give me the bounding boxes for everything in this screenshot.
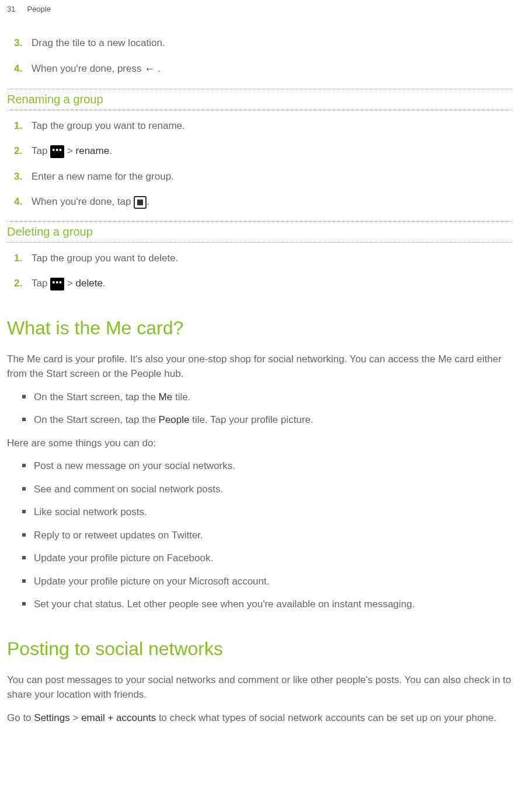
bullet-text: On the Start screen, tap the Me tile. — [34, 390, 512, 405]
step-text: Tap the group you want to rename. — [32, 118, 512, 134]
more-icon: ••• — [50, 278, 64, 290]
list-item: On the Start screen, tap the Me tile. — [7, 390, 512, 405]
bullet-text: Reply to or retweet updates on Twitter. — [34, 528, 512, 543]
bold-text: delete — [76, 278, 103, 289]
bullet-text: Like social network posts. — [34, 505, 512, 520]
list-item: Like social network posts. — [7, 505, 512, 520]
things-intro: Here are some things you can do: — [7, 436, 512, 451]
deleting-heading: Deleting a group — [7, 221, 512, 243]
step-number: 1. — [14, 118, 32, 134]
me-card-intro: The Me card is your profile. It's also y… — [7, 352, 512, 382]
text-prefix: When you're done, tap — [32, 196, 134, 207]
step-text: Drag the tile to a new location. — [32, 36, 512, 51]
text-suffix: tile. — [172, 391, 190, 402]
bullet-icon — [22, 487, 26, 491]
text-suffix: tile. Tap your profile picture. — [190, 414, 314, 425]
bullet-icon — [22, 533, 26, 537]
step-text: Tap ••• > delete. — [32, 276, 512, 291]
text-prefix: Go to — [7, 712, 34, 723]
bullet-icon — [22, 556, 26, 559]
bullet-icon — [22, 579, 26, 583]
bullet-text: See and comment on social network posts. — [34, 482, 512, 497]
list-item: Post a new message on your social networ… — [7, 459, 512, 474]
bullet-text: On the Start screen, tap the People tile… — [34, 412, 512, 428]
list-item: Update your profile picture on Facebook. — [7, 551, 512, 566]
list-item: 2. Tap ••• > delete. — [7, 276, 512, 291]
posting-para1: You can post messages to your social net… — [7, 673, 512, 702]
bold-text: People — [159, 414, 190, 425]
bullet-icon — [22, 510, 26, 513]
bold-text: Settings — [34, 712, 69, 723]
page-content: 3. Drag the tile to a new location. 4. W… — [0, 18, 519, 745]
section-name: People — [27, 5, 50, 13]
bullet-text: Post a new message on your social networ… — [34, 459, 512, 474]
text-suffix: to check what types of social network ac… — [156, 712, 496, 723]
step-number: 4. — [14, 194, 32, 209]
step-number: 2. — [14, 144, 32, 159]
bullet-icon — [22, 418, 26, 421]
bullet-icon — [22, 464, 26, 467]
list-item: 4. When you're done, tap . — [7, 194, 512, 209]
list-item: On the Start screen, tap the People tile… — [7, 412, 512, 428]
save-icon — [134, 196, 147, 209]
bullet-text: Update your profile picture on Facebook. — [34, 551, 512, 566]
list-item: 1. Tap the group you want to rename. — [7, 118, 512, 134]
list-item: See and comment on social network posts. — [7, 482, 512, 497]
text-prefix: On the Start screen, tap the — [34, 391, 159, 402]
text-suffix: . — [103, 278, 106, 289]
back-icon: ← — [144, 61, 155, 77]
bold-text: email + accounts — [81, 712, 156, 723]
step-number: 3. — [14, 36, 32, 51]
text-suffix: . — [109, 145, 112, 156]
text-prefix: When you're done, press — [32, 63, 144, 74]
bold-text: rename — [76, 145, 110, 156]
step-number: 4. — [14, 61, 32, 76]
step-number: 1. — [14, 251, 32, 266]
bullet-icon — [22, 395, 26, 398]
step-text: Enter a new name for the group. — [32, 169, 512, 184]
list-item: 3. Enter a new name for the group. — [7, 169, 512, 184]
continued-steps-list: 3. Drag the tile to a new location. 4. W… — [7, 36, 512, 77]
bullet-icon — [22, 602, 26, 606]
text-prefix: Tap — [32, 145, 50, 156]
posting-para2: Go to Settings > email + accounts to che… — [7, 710, 512, 726]
step-number: 2. — [14, 276, 32, 291]
step-text: Tap the group you want to delete. — [32, 251, 512, 266]
page-number: 31 — [7, 5, 15, 13]
list-item: Update your profile picture on your Micr… — [7, 574, 512, 589]
list-item: 3. Drag the tile to a new location. — [7, 36, 512, 51]
step-text: When you're done, press ← . — [32, 61, 512, 77]
me-card-heading: What is the Me card? — [7, 317, 512, 339]
list-item: Set your chat status. Let other people s… — [7, 597, 512, 612]
text-prefix: On the Start screen, tap the — [34, 414, 159, 425]
things-list: Post a new message on your social networ… — [7, 459, 512, 612]
bold-text: Me — [159, 391, 173, 402]
more-icon: ••• — [50, 145, 64, 158]
renaming-heading: Renaming a group — [7, 89, 512, 110]
text-mid: > — [70, 712, 81, 723]
list-item: Reply to or retweet updates on Twitter. — [7, 528, 512, 543]
text-prefix: Tap — [32, 278, 50, 289]
page-header: 31 People — [0, 0, 519, 18]
deleting-steps-list: 1. Tap the group you want to delete. 2. … — [7, 251, 512, 291]
list-item: 1. Tap the group you want to delete. — [7, 251, 512, 266]
renaming-steps-list: 1. Tap the group you want to rename. 2. … — [7, 118, 512, 209]
posting-heading: Posting to social networks — [7, 638, 512, 660]
list-item: 4. When you're done, press ← . — [7, 61, 512, 77]
text-suffix: . — [158, 63, 161, 74]
step-number: 3. — [14, 169, 32, 184]
me-card-access-list: On the Start screen, tap the Me tile. On… — [7, 390, 512, 428]
text-middle: > — [67, 278, 76, 289]
bullet-text: Set your chat status. Let other people s… — [34, 597, 512, 612]
text-middle: > — [67, 145, 76, 156]
text-suffix: . — [147, 196, 149, 207]
list-item: 2. Tap ••• > rename. — [7, 144, 512, 159]
step-text: When you're done, tap . — [32, 194, 512, 209]
bullet-text: Update your profile picture on your Micr… — [34, 574, 512, 589]
step-text: Tap ••• > rename. — [32, 144, 512, 159]
